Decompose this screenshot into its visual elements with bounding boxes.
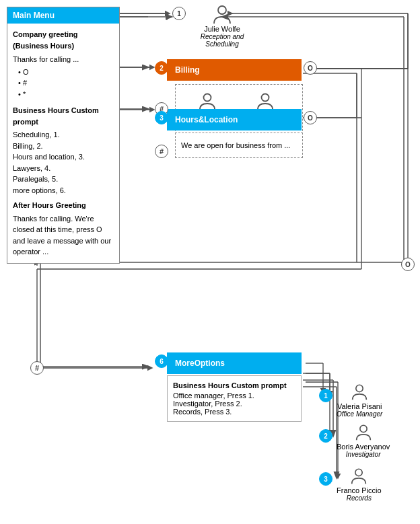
hours-location-box: Hours&Location bbox=[167, 109, 302, 130]
main-menu-box: Main Menu Company greeting (Business Hou… bbox=[7, 7, 120, 264]
main-menu-header: Main Menu bbox=[7, 7, 119, 24]
node-1-valeria: 1 bbox=[319, 389, 332, 402]
menu-item: Hours and location, 3. bbox=[13, 151, 114, 163]
company-greeting-title: Company greeting (Business Hours) bbox=[13, 29, 114, 51]
person-name: Julie Wolfe bbox=[204, 25, 240, 33]
hours-text: We are open for business from ... bbox=[181, 141, 290, 149]
bullet-item: * bbox=[18, 89, 114, 100]
node-1-top: 1 bbox=[172, 7, 186, 20]
node-2-boris: 2 bbox=[319, 429, 332, 443]
more-options-prompt-title: Business Hours Custom prompt bbox=[173, 381, 295, 389]
node-2-billing: 2 bbox=[155, 61, 168, 75]
franco-role: Records bbox=[347, 494, 372, 502]
svg-point-45 bbox=[356, 385, 363, 391]
menu-item: Paralegals, 5. bbox=[13, 174, 114, 185]
node-o-far-right: O bbox=[401, 258, 415, 271]
menu-item: Scheduling, 1. bbox=[13, 129, 114, 141]
thanks-line: Thanks for calling ... bbox=[13, 54, 114, 65]
bullet-item: O bbox=[18, 67, 114, 78]
node-o-hours: O bbox=[304, 111, 317, 124]
node-6-more-options: 6 bbox=[155, 354, 168, 368]
more-options-box: MoreOptions bbox=[167, 352, 302, 374]
billing-box: Billing bbox=[167, 59, 302, 81]
svg-point-42 bbox=[218, 6, 226, 14]
person-role: Reception and Scheduling bbox=[199, 33, 246, 48]
svg-point-44 bbox=[262, 93, 269, 101]
svg-point-46 bbox=[359, 425, 366, 432]
after-hours-text: Thanks for calling. We're closed at this… bbox=[13, 213, 114, 258]
boris-name: Boris Averyanov bbox=[337, 443, 390, 451]
business-hours-title: Business Hours Custom prompt bbox=[13, 105, 114, 127]
julie-wolfe-person: Julie Wolfe Reception and Scheduling bbox=[199, 3, 246, 48]
menu-item: more options, 6. bbox=[13, 185, 114, 196]
valeria-name: Valeria Pisani bbox=[337, 402, 382, 410]
hours-location-content: We are open for business from ... bbox=[175, 133, 303, 158]
franco-name: Franco Piccio bbox=[337, 486, 382, 494]
node-hash-hours: # bbox=[155, 145, 168, 158]
bullet-item: # bbox=[18, 77, 114, 89]
more-options-content: Business Hours Custom prompt Office mana… bbox=[167, 375, 302, 422]
boris-role: Investigator bbox=[346, 451, 381, 458]
node-3-hours: 3 bbox=[155, 111, 168, 124]
node-3-franco: 3 bbox=[319, 472, 332, 486]
menu-item: Billing, 2. bbox=[13, 141, 114, 152]
svg-point-47 bbox=[355, 469, 362, 476]
node-hash-more-options: # bbox=[30, 361, 44, 375]
hours-location-label: Hours&Location bbox=[175, 115, 238, 124]
node-o-billing: O bbox=[304, 61, 317, 75]
billing-label: Billing bbox=[175, 65, 200, 75]
bullet-list: O # * bbox=[13, 67, 114, 100]
more-options-prompt-item: Records, Press 3. bbox=[173, 408, 295, 416]
valeria-pisani-person: Valeria Pisani Office Manager bbox=[337, 382, 382, 418]
after-hours-title: After Hours Greeting bbox=[13, 200, 114, 211]
more-options-prompt-item: Office manager, Press 1. bbox=[173, 391, 295, 400]
svg-point-43 bbox=[204, 93, 211, 101]
more-options-prompt-item: Investigator, Press 2. bbox=[173, 400, 295, 408]
person-icon bbox=[211, 3, 233, 25]
boris-averyanov-person: Boris Averyanov Investigator bbox=[337, 422, 390, 458]
more-options-label: MoreOptions bbox=[175, 359, 225, 368]
franco-piccio-person: Franco Piccio Records bbox=[337, 466, 382, 502]
menu-items-list: Scheduling, 1. Billing, 2. Hours and loc… bbox=[13, 129, 114, 196]
valeria-role: Office Manager bbox=[337, 410, 382, 418]
menu-item: Lawyers, 4. bbox=[13, 163, 114, 174]
